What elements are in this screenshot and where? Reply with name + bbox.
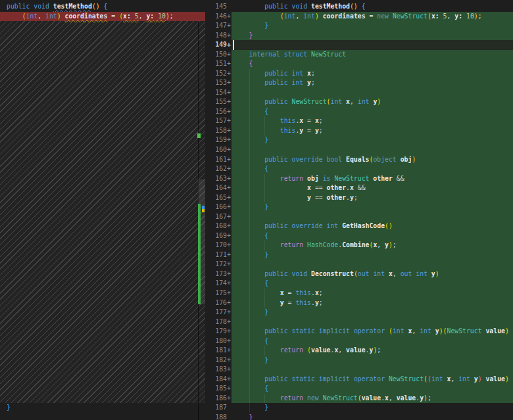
original-code-line[interactable]: public void testMethod() {: [0, 2, 205, 12]
original-code-pane[interactable]: public void testMethod() { (int, int) co…: [0, 0, 205, 420]
added-code-line[interactable]: public override int GetHashCode(): [232, 222, 513, 231]
line-number[interactable]: 181+: [205, 346, 232, 356]
line-number[interactable]: 178+: [205, 317, 232, 327]
line-number[interactable]: 175+: [205, 289, 232, 298]
line-number[interactable]: 156+: [205, 107, 232, 117]
line-number[interactable]: 151+: [205, 59, 232, 69]
added-code-line[interactable]: [232, 260, 513, 269]
code-line[interactable]: [232, 40, 513, 50]
added-code-line[interactable]: y == other.y;: [232, 193, 513, 203]
line-number[interactable]: 177+: [205, 308, 232, 317]
added-code-line[interactable]: public static implicit operator (int x, …: [232, 327, 513, 337]
line-number[interactable]: 150+: [205, 50, 232, 60]
added-code-line[interactable]: y = this.y;: [232, 298, 513, 308]
line-number[interactable]: 166+: [205, 202, 232, 212]
added-code-line[interactable]: [232, 317, 513, 327]
line-number[interactable]: 180+: [205, 337, 232, 346]
line-number[interactable]: 158+: [205, 126, 232, 136]
line-number[interactable]: 146+: [205, 12, 232, 22]
added-code-line[interactable]: public NewStruct(int x, int y): [232, 97, 513, 107]
original-code-line[interactable]: [0, 413, 205, 420]
added-code-line[interactable]: return obj is NewStruct other &&: [232, 174, 513, 184]
line-number[interactable]: 162+: [205, 164, 232, 174]
code-line[interactable]: }: [232, 413, 513, 420]
added-code-line[interactable]: {: [232, 231, 513, 241]
line-number[interactable]: 154+: [205, 88, 232, 98]
code-token: ,: [350, 98, 358, 105]
original-code-line[interactable]: }: [0, 403, 205, 413]
added-code-line[interactable]: public override bool Equals(object obj): [232, 155, 513, 165]
added-code-line[interactable]: }: [232, 31, 513, 41]
diff-row-181: 181+ return (value.x, value.y);: [205, 346, 513, 356]
line-number[interactable]: 185+: [205, 384, 232, 394]
added-line-plus: +: [227, 21, 232, 31]
added-code-line[interactable]: x = this.x;: [232, 289, 513, 298]
deleted-code-line[interactable]: (int, int) coordinates = (x: 5, y: 10);: [0, 12, 205, 22]
code-token: y:: [146, 12, 154, 20]
line-number[interactable]: 170+: [205, 241, 232, 250]
added-code-line[interactable]: [232, 88, 513, 98]
line-number[interactable]: 161+: [205, 155, 232, 165]
line-number[interactable]: 169+: [205, 231, 232, 241]
added-code-line[interactable]: {: [232, 59, 513, 69]
line-number[interactable]: 171+: [205, 250, 232, 260]
added-code-line[interactable]: {: [232, 279, 513, 289]
modified-code-pane[interactable]: 144145 public void testMethod() {146+ (i…: [205, 0, 513, 420]
line-number[interactable]: 165+: [205, 193, 232, 203]
added-code-line[interactable]: }: [232, 21, 513, 31]
line-number[interactable]: 167+: [205, 212, 232, 222]
added-code-line[interactable]: return (value.x, value.y);: [232, 346, 513, 356]
added-code-line[interactable]: }: [232, 202, 513, 212]
added-code-line[interactable]: internal struct NewStruct: [232, 50, 513, 60]
line-number[interactable]: 173+: [205, 269, 232, 279]
line-number[interactable]: 153+: [205, 78, 232, 88]
line-number[interactable]: 145: [205, 2, 232, 12]
added-code-line[interactable]: return new NewStruct(value.x, value.y);: [232, 394, 513, 404]
line-number[interactable]: 174+: [205, 279, 232, 289]
line-number[interactable]: 187: [205, 403, 232, 413]
line-number[interactable]: 149+: [205, 40, 232, 50]
code-line[interactable]: }: [232, 403, 513, 413]
added-code-line[interactable]: [232, 145, 513, 155]
line-number[interactable]: 172+: [205, 260, 232, 269]
added-code-line[interactable]: {: [232, 337, 513, 346]
line-number[interactable]: 186+: [205, 394, 232, 404]
added-code-line[interactable]: }: [232, 308, 513, 317]
line-number-value: 178: [205, 317, 227, 327]
line-number[interactable]: 147+: [205, 21, 232, 31]
line-number[interactable]: 176+: [205, 298, 232, 308]
added-code-line[interactable]: public static implicit operator NewStruc…: [232, 375, 513, 385]
added-code-line[interactable]: return HashCode.Combine(x, y);: [232, 241, 513, 250]
line-number[interactable]: 188: [205, 413, 232, 420]
added-code-line[interactable]: (int, int) coordinates = new NewStruct(x…: [232, 12, 513, 22]
added-code-line[interactable]: public int y;: [232, 78, 513, 88]
line-number[interactable]: 163+: [205, 174, 232, 184]
added-code-line[interactable]: [232, 365, 513, 375]
line-number[interactable]: 184+: [205, 375, 232, 385]
added-code-line[interactable]: x == other.x &&: [232, 183, 513, 193]
line-number[interactable]: 148+: [205, 31, 232, 41]
added-code-line[interactable]: }: [232, 135, 513, 145]
added-code-line[interactable]: {: [232, 107, 513, 117]
line-number[interactable]: 157+: [205, 116, 232, 126]
line-number[interactable]: 183+: [205, 365, 232, 375]
line-number[interactable]: 179+: [205, 327, 232, 337]
added-code-line[interactable]: }: [232, 356, 513, 365]
added-code-line[interactable]: [232, 212, 513, 222]
line-number[interactable]: 155+: [205, 97, 232, 107]
code-line[interactable]: public void testMethod() {: [232, 2, 513, 12]
line-number[interactable]: 152+: [205, 69, 232, 79]
line-number[interactable]: 164+: [205, 183, 232, 193]
line-number[interactable]: 159+: [205, 135, 232, 145]
added-code-line[interactable]: public void Deconstruct(out int x, out i…: [232, 269, 513, 279]
code-token: NewStruct: [334, 175, 373, 182]
added-code-line[interactable]: {: [232, 384, 513, 394]
added-code-line[interactable]: public int x;: [232, 69, 513, 79]
added-code-line[interactable]: }: [232, 250, 513, 260]
added-code-line[interactable]: this.y = y;: [232, 126, 513, 136]
line-number[interactable]: 182+: [205, 356, 232, 365]
line-number[interactable]: 168+: [205, 222, 232, 231]
added-code-line[interactable]: {: [232, 164, 513, 174]
line-number[interactable]: 160+: [205, 145, 232, 155]
added-code-line[interactable]: this.x = x;: [232, 116, 513, 126]
